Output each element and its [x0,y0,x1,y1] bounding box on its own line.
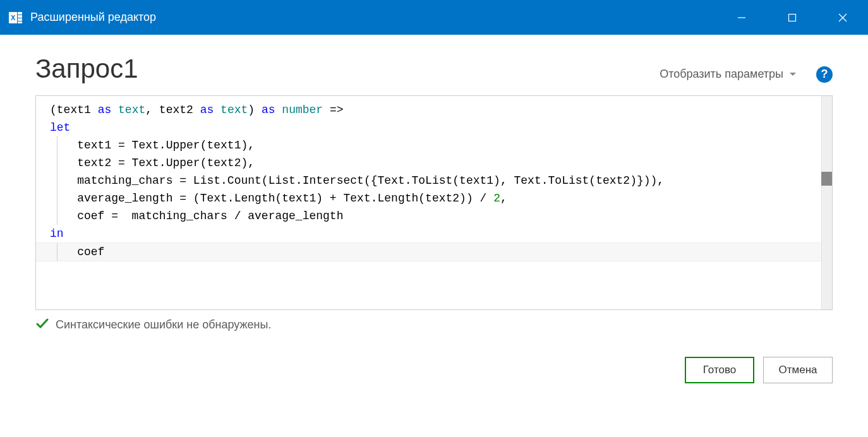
status-row: Синтаксические ошибки не обнаружены. [35,310,833,339]
window-title: Расширенный редактор [30,11,156,24]
query-title: Запрос1 [35,54,138,84]
button-row: Готово Отмена [35,357,833,383]
display-parameters-label: Отобразить параметры [660,68,783,81]
close-button[interactable] [817,0,868,35]
titlebar-controls [716,0,868,35]
code-line: average_length = (Text.Length(text1) + T… [36,189,832,207]
titlebar: X Расширенный редактор [0,0,868,35]
header-row: Запрос1 Отобразить параметры ? [35,54,833,84]
help-icon[interactable]: ? [816,66,833,83]
minimize-button[interactable] [716,0,767,35]
code-content: (text1 as text, text2 as text) as number… [36,96,832,266]
code-editor[interactable]: (text1 as text, text2 as text) as number… [35,95,833,310]
content-area: Запрос1 Отобразить параметры ? (text1 as… [0,35,868,396]
svg-rect-2 [18,12,22,15]
svg-rect-5 [18,21,22,23]
svg-rect-7 [789,14,796,21]
svg-rect-3 [18,15,22,18]
checkmark-icon [35,316,49,333]
code-line: let [36,119,832,136]
app-icon: X [8,9,24,26]
display-parameters-dropdown[interactable]: Отобразить параметры [660,68,796,81]
scrollbar-thumb[interactable] [821,172,832,186]
svg-rect-4 [18,18,22,21]
code-line: text1 = Text.Upper(text1), [36,136,832,154]
code-line: in [36,225,832,242]
code-line: matching_chars = List.Count(List.Interse… [36,172,832,189]
code-line: (text1 as text, text2 as text) as number… [36,101,832,119]
svg-text:X: X [11,14,16,21]
maximize-button[interactable] [767,0,817,35]
code-line-current: coef [36,242,832,261]
chevron-down-icon [790,73,796,76]
header-right: Отобразить параметры ? [660,66,833,83]
code-line: text2 = Text.Upper(text2), [36,154,832,172]
code-line: coef = matching_chars / average_length [36,207,832,225]
status-message: Синтаксические ошибки не обнаружены. [56,318,271,332]
cancel-button[interactable]: Отмена [763,357,833,383]
ok-button[interactable]: Готово [685,357,754,383]
scrollbar-track[interactable] [821,96,832,309]
